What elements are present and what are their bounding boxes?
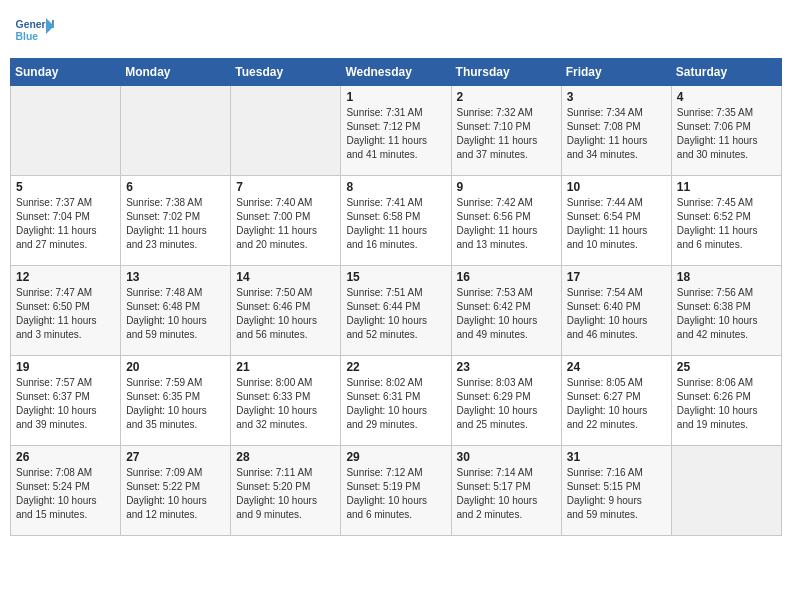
calendar-week-3: 12Sunrise: 7:47 AM Sunset: 6:50 PM Dayli… <box>11 266 782 356</box>
day-number: 24 <box>567 360 666 374</box>
day-number: 22 <box>346 360 445 374</box>
day-number: 3 <box>567 90 666 104</box>
calendar-cell: 22Sunrise: 8:02 AM Sunset: 6:31 PM Dayli… <box>341 356 451 446</box>
day-detail: Sunrise: 7:32 AM Sunset: 7:10 PM Dayligh… <box>457 106 556 162</box>
calendar-cell: 15Sunrise: 7:51 AM Sunset: 6:44 PM Dayli… <box>341 266 451 356</box>
calendar-cell: 4Sunrise: 7:35 AM Sunset: 7:06 PM Daylig… <box>671 86 781 176</box>
calendar-cell <box>121 86 231 176</box>
day-number: 21 <box>236 360 335 374</box>
day-number: 31 <box>567 450 666 464</box>
calendar-cell: 8Sunrise: 7:41 AM Sunset: 6:58 PM Daylig… <box>341 176 451 266</box>
day-number: 19 <box>16 360 115 374</box>
day-number: 20 <box>126 360 225 374</box>
day-detail: Sunrise: 7:44 AM Sunset: 6:54 PM Dayligh… <box>567 196 666 252</box>
day-header-tuesday: Tuesday <box>231 59 341 86</box>
day-number: 14 <box>236 270 335 284</box>
day-detail: Sunrise: 7:47 AM Sunset: 6:50 PM Dayligh… <box>16 286 115 342</box>
calendar-cell: 3Sunrise: 7:34 AM Sunset: 7:08 PM Daylig… <box>561 86 671 176</box>
calendar-week-2: 5Sunrise: 7:37 AM Sunset: 7:04 PM Daylig… <box>11 176 782 266</box>
calendar-week-1: 1Sunrise: 7:31 AM Sunset: 7:12 PM Daylig… <box>11 86 782 176</box>
calendar-cell: 14Sunrise: 7:50 AM Sunset: 6:46 PM Dayli… <box>231 266 341 356</box>
day-detail: Sunrise: 8:05 AM Sunset: 6:27 PM Dayligh… <box>567 376 666 432</box>
calendar-cell: 23Sunrise: 8:03 AM Sunset: 6:29 PM Dayli… <box>451 356 561 446</box>
day-number: 16 <box>457 270 556 284</box>
day-detail: Sunrise: 7:38 AM Sunset: 7:02 PM Dayligh… <box>126 196 225 252</box>
day-number: 5 <box>16 180 115 194</box>
day-number: 25 <box>677 360 776 374</box>
day-number: 11 <box>677 180 776 194</box>
day-detail: Sunrise: 8:06 AM Sunset: 6:26 PM Dayligh… <box>677 376 776 432</box>
day-detail: Sunrise: 7:34 AM Sunset: 7:08 PM Dayligh… <box>567 106 666 162</box>
day-number: 12 <box>16 270 115 284</box>
day-number: 9 <box>457 180 556 194</box>
day-detail: Sunrise: 7:35 AM Sunset: 7:06 PM Dayligh… <box>677 106 776 162</box>
day-header-friday: Friday <box>561 59 671 86</box>
day-detail: Sunrise: 7:12 AM Sunset: 5:19 PM Dayligh… <box>346 466 445 522</box>
calendar-cell: 30Sunrise: 7:14 AM Sunset: 5:17 PM Dayli… <box>451 446 561 536</box>
calendar-cell: 25Sunrise: 8:06 AM Sunset: 6:26 PM Dayli… <box>671 356 781 446</box>
day-detail: Sunrise: 7:11 AM Sunset: 5:20 PM Dayligh… <box>236 466 335 522</box>
day-header-wednesday: Wednesday <box>341 59 451 86</box>
day-detail: Sunrise: 7:50 AM Sunset: 6:46 PM Dayligh… <box>236 286 335 342</box>
day-detail: Sunrise: 7:48 AM Sunset: 6:48 PM Dayligh… <box>126 286 225 342</box>
day-number: 6 <box>126 180 225 194</box>
day-detail: Sunrise: 8:03 AM Sunset: 6:29 PM Dayligh… <box>457 376 556 432</box>
page-header: General Blue <box>10 10 782 50</box>
calendar-week-5: 26Sunrise: 7:08 AM Sunset: 5:24 PM Dayli… <box>11 446 782 536</box>
day-number: 1 <box>346 90 445 104</box>
calendar-cell: 9Sunrise: 7:42 AM Sunset: 6:56 PM Daylig… <box>451 176 561 266</box>
calendar-cell: 6Sunrise: 7:38 AM Sunset: 7:02 PM Daylig… <box>121 176 231 266</box>
calendar-cell: 19Sunrise: 7:57 AM Sunset: 6:37 PM Dayli… <box>11 356 121 446</box>
day-detail: Sunrise: 7:37 AM Sunset: 7:04 PM Dayligh… <box>16 196 115 252</box>
day-number: 29 <box>346 450 445 464</box>
logo: General Blue <box>14 10 58 50</box>
day-detail: Sunrise: 7:56 AM Sunset: 6:38 PM Dayligh… <box>677 286 776 342</box>
day-detail: Sunrise: 7:57 AM Sunset: 6:37 PM Dayligh… <box>16 376 115 432</box>
calendar-cell: 21Sunrise: 8:00 AM Sunset: 6:33 PM Dayli… <box>231 356 341 446</box>
day-number: 2 <box>457 90 556 104</box>
calendar-cell: 29Sunrise: 7:12 AM Sunset: 5:19 PM Dayli… <box>341 446 451 536</box>
calendar-cell: 16Sunrise: 7:53 AM Sunset: 6:42 PM Dayli… <box>451 266 561 356</box>
day-detail: Sunrise: 7:42 AM Sunset: 6:56 PM Dayligh… <box>457 196 556 252</box>
day-header-sunday: Sunday <box>11 59 121 86</box>
calendar-cell: 20Sunrise: 7:59 AM Sunset: 6:35 PM Dayli… <box>121 356 231 446</box>
day-detail: Sunrise: 7:09 AM Sunset: 5:22 PM Dayligh… <box>126 466 225 522</box>
day-detail: Sunrise: 8:00 AM Sunset: 6:33 PM Dayligh… <box>236 376 335 432</box>
day-detail: Sunrise: 7:51 AM Sunset: 6:44 PM Dayligh… <box>346 286 445 342</box>
day-number: 27 <box>126 450 225 464</box>
day-header-thursday: Thursday <box>451 59 561 86</box>
day-detail: Sunrise: 8:02 AM Sunset: 6:31 PM Dayligh… <box>346 376 445 432</box>
day-number: 30 <box>457 450 556 464</box>
day-detail: Sunrise: 7:59 AM Sunset: 6:35 PM Dayligh… <box>126 376 225 432</box>
calendar-week-4: 19Sunrise: 7:57 AM Sunset: 6:37 PM Dayli… <box>11 356 782 446</box>
calendar-cell <box>231 86 341 176</box>
calendar-cell: 13Sunrise: 7:48 AM Sunset: 6:48 PM Dayli… <box>121 266 231 356</box>
day-number: 23 <box>457 360 556 374</box>
day-number: 26 <box>16 450 115 464</box>
day-detail: Sunrise: 7:14 AM Sunset: 5:17 PM Dayligh… <box>457 466 556 522</box>
day-detail: Sunrise: 7:54 AM Sunset: 6:40 PM Dayligh… <box>567 286 666 342</box>
calendar-cell: 28Sunrise: 7:11 AM Sunset: 5:20 PM Dayli… <box>231 446 341 536</box>
day-number: 10 <box>567 180 666 194</box>
calendar-cell: 18Sunrise: 7:56 AM Sunset: 6:38 PM Dayli… <box>671 266 781 356</box>
day-number: 18 <box>677 270 776 284</box>
day-detail: Sunrise: 7:53 AM Sunset: 6:42 PM Dayligh… <box>457 286 556 342</box>
calendar-cell: 11Sunrise: 7:45 AM Sunset: 6:52 PM Dayli… <box>671 176 781 266</box>
day-number: 28 <box>236 450 335 464</box>
calendar-cell <box>11 86 121 176</box>
calendar-cell: 24Sunrise: 8:05 AM Sunset: 6:27 PM Dayli… <box>561 356 671 446</box>
calendar-cell: 5Sunrise: 7:37 AM Sunset: 7:04 PM Daylig… <box>11 176 121 266</box>
day-number: 8 <box>346 180 445 194</box>
calendar-cell: 10Sunrise: 7:44 AM Sunset: 6:54 PM Dayli… <box>561 176 671 266</box>
day-detail: Sunrise: 7:31 AM Sunset: 7:12 PM Dayligh… <box>346 106 445 162</box>
day-detail: Sunrise: 7:08 AM Sunset: 5:24 PM Dayligh… <box>16 466 115 522</box>
calendar-table: SundayMondayTuesdayWednesdayThursdayFrid… <box>10 58 782 536</box>
day-number: 7 <box>236 180 335 194</box>
day-detail: Sunrise: 7:16 AM Sunset: 5:15 PM Dayligh… <box>567 466 666 522</box>
calendar-cell <box>671 446 781 536</box>
calendar-cell: 2Sunrise: 7:32 AM Sunset: 7:10 PM Daylig… <box>451 86 561 176</box>
day-header-monday: Monday <box>121 59 231 86</box>
calendar-cell: 12Sunrise: 7:47 AM Sunset: 6:50 PM Dayli… <box>11 266 121 356</box>
day-number: 17 <box>567 270 666 284</box>
calendar-cell: 31Sunrise: 7:16 AM Sunset: 5:15 PM Dayli… <box>561 446 671 536</box>
